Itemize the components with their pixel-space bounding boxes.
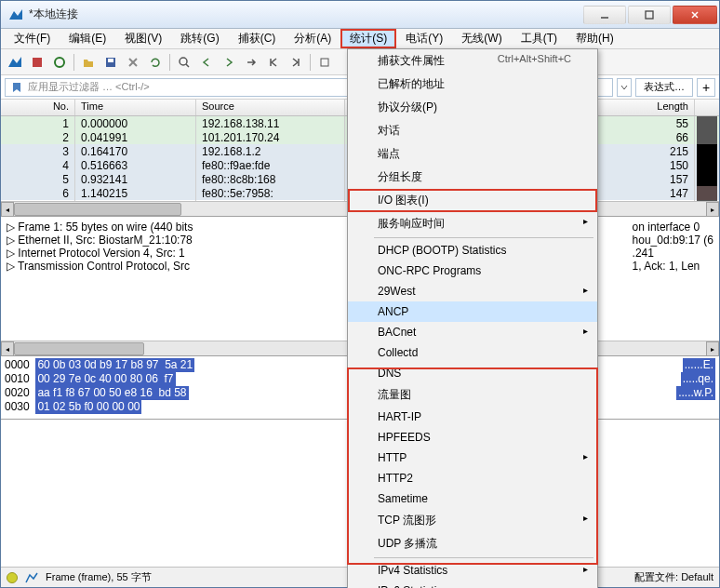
- minimize-button[interactable]: [583, 6, 626, 24]
- menu-item-ancp[interactable]: ANCP: [348, 301, 597, 322]
- menu-工具[interactable]: 工具(T): [512, 29, 567, 48]
- open-button[interactable]: [78, 52, 99, 73]
- first-button[interactable]: [263, 52, 284, 73]
- menu-item-hpfeeds[interactable]: HPFEEDS: [348, 427, 597, 448]
- menu-item-[interactable]: 流量图: [348, 383, 597, 407]
- col-time[interactable]: Time: [75, 100, 196, 115]
- detail-suffix: hou_0d:b9:17 (6: [633, 234, 713, 247]
- bookmark-icon: [11, 82, 22, 93]
- profile-label[interactable]: 配置文件: Default: [634, 570, 713, 584]
- expert-info-button[interactable]: [7, 572, 18, 583]
- last-button[interactable]: [286, 52, 306, 73]
- detail-suffix: .241: [633, 247, 713, 260]
- col-no[interactable]: No.: [1, 100, 75, 115]
- close-file-button[interactable]: [123, 52, 143, 73]
- svg-rect-14: [321, 59, 328, 66]
- reload-button[interactable]: [145, 52, 166, 73]
- menu-item-http2[interactable]: HTTP2: [348, 468, 597, 488]
- menu-item-hartip[interactable]: HART-IP: [348, 407, 597, 427]
- menu-电话[interactable]: 电话(Y): [396, 29, 452, 48]
- menu-item-[interactable]: 端点: [348, 142, 597, 166]
- prev-button[interactable]: [196, 52, 217, 73]
- menu-item-[interactable]: 服务响应时间: [348, 212, 597, 235]
- wireshark-icon: [8, 7, 23, 22]
- statistics-menu-dropdown: 捕获文件属性Ctrl+Alt+Shift+C已解析的地址协议分级(P)对话端点分…: [347, 48, 598, 588]
- menu-item-ipv6statistics[interactable]: IPv6 Statistics: [348, 581, 597, 588]
- close-button[interactable]: [673, 6, 717, 24]
- svg-rect-4: [33, 58, 42, 67]
- status-text: Frame (frame), 55 字节: [46, 570, 152, 584]
- menu-item-udp[interactable]: UDP 多播流: [348, 532, 597, 555]
- svg-line-11: [186, 64, 189, 67]
- titlebar: *本地连接: [1, 1, 719, 29]
- svg-rect-1: [646, 11, 653, 19]
- menu-捕获[interactable]: 捕获(C): [229, 29, 286, 48]
- restart-button[interactable]: [49, 52, 70, 73]
- col-src[interactable]: Source: [196, 100, 345, 115]
- save-button[interactable]: [100, 52, 121, 73]
- menu-item-dns[interactable]: DNS: [348, 363, 597, 383]
- window-title: *本地连接: [29, 7, 78, 22]
- filter-dropdown-arrow[interactable]: [617, 78, 632, 97]
- menu-item-tcp[interactable]: TCP 流图形: [348, 509, 597, 532]
- menu-item-collectd[interactable]: Collectd: [348, 342, 597, 363]
- menu-帮助[interactable]: 帮助(H): [567, 29, 623, 48]
- shark-icon-button[interactable]: [5, 52, 25, 73]
- add-filter-button[interactable]: +: [697, 78, 715, 97]
- menu-文件[interactable]: 文件(F): [5, 29, 60, 48]
- svg-point-10: [180, 58, 187, 65]
- menu-item-[interactable]: 已解析的地址: [348, 73, 597, 96]
- menu-视图[interactable]: 视图(V): [115, 29, 171, 48]
- col-len[interactable]: Length: [639, 100, 695, 115]
- menu-item-[interactable]: 分组长度: [348, 166, 597, 189]
- menu-分析[interactable]: 分析(A): [285, 29, 340, 48]
- filter-placeholder: 应用显示过滤器 … <Ctrl-/>: [28, 80, 150, 94]
- stop-button[interactable]: [27, 52, 47, 73]
- expression-button[interactable]: 表达式…: [635, 78, 693, 97]
- maximize-button[interactable]: [628, 6, 671, 24]
- detail-suffix: on interface 0: [633, 220, 713, 234]
- menu-无线[interactable]: 无线(W): [452, 29, 511, 48]
- menu-item-oncrpcprograms[interactable]: ONC-RPC Programs: [348, 261, 597, 281]
- menu-item-ioi[interactable]: I/O 图表(I): [348, 189, 597, 212]
- menu-编辑[interactable]: 编辑(E): [60, 29, 115, 48]
- menu-item-29west[interactable]: 29West: [348, 281, 597, 301]
- menu-item-bacnet[interactable]: BACnet: [348, 322, 597, 342]
- menubar: 文件(F)编辑(E)视图(V)跳转(G)捕获(C)分析(A)统计(S)电话(Y)…: [1, 29, 719, 49]
- packet-colorbar: [697, 116, 717, 214]
- chevron-down-icon: [620, 84, 628, 91]
- menu-跳转[interactable]: 跳转(G): [171, 29, 228, 48]
- goto-button[interactable]: [241, 52, 261, 73]
- menu-item-sametime[interactable]: Sametime: [348, 488, 597, 509]
- capture-info-icon: [25, 571, 38, 584]
- svg-rect-7: [108, 59, 113, 62]
- detail-suffix: 1, Ack: 1, Len: [633, 260, 713, 273]
- menu-item-[interactable]: 对话: [348, 119, 597, 142]
- menu-统计[interactable]: 统计(S): [340, 29, 396, 48]
- next-button[interactable]: [219, 52, 239, 73]
- menu-item-[interactable]: 捕获文件属性Ctrl+Alt+Shift+C: [348, 49, 597, 73]
- svg-point-5: [55, 58, 64, 67]
- menu-item-ipv4statistics[interactable]: IPv4 Statistics: [348, 560, 597, 581]
- autoscroll-button[interactable]: [314, 52, 335, 73]
- find-button[interactable]: [174, 52, 194, 73]
- menu-item-p[interactable]: 协议分级(P): [348, 96, 597, 119]
- menu-item-http[interactable]: HTTP: [348, 448, 597, 468]
- menu-item-dhcpbootpstatistics[interactable]: DHCP (BOOTP) Statistics: [348, 240, 597, 261]
